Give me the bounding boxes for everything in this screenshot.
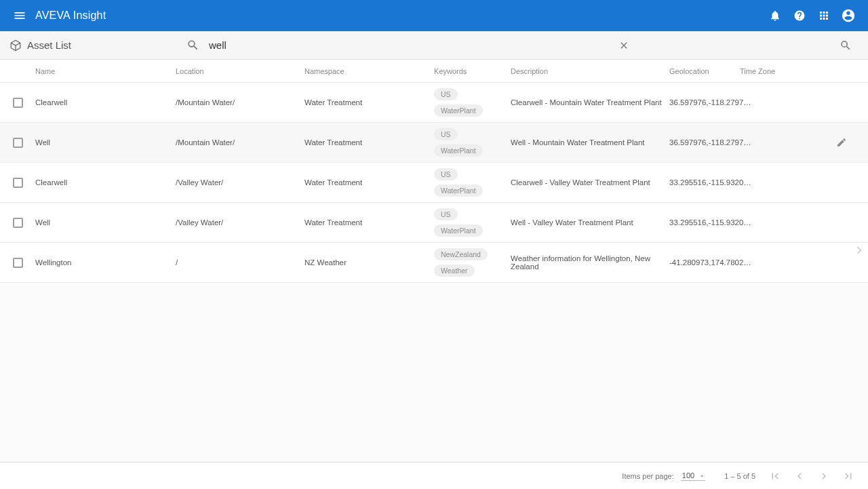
cell-description: Well - Mountain Water Treatment Plant xyxy=(511,138,669,146)
row-edit-button[interactable] xyxy=(832,133,851,152)
cell-location: / xyxy=(176,258,304,267)
table-row[interactable]: Well /Valley Water/ Water Treatment US W… xyxy=(0,203,868,243)
clear-search-button[interactable] xyxy=(614,35,634,56)
col-header-timezone[interactable]: Time Zone xyxy=(740,67,821,75)
cell-geolocation: 33.295516,-115.9320… xyxy=(669,178,740,187)
cell-namespace: Water Treatment xyxy=(304,178,434,187)
cell-location: /Mountain Water/ xyxy=(176,98,304,106)
cell-name: Clearwell xyxy=(35,98,176,106)
keyword-chip[interactable]: Weather xyxy=(434,265,475,277)
search-input[interactable] xyxy=(209,39,582,51)
cell-namespace: Water Treatment xyxy=(304,138,434,146)
keyword-chip[interactable]: US xyxy=(434,128,458,140)
row-checkbox[interactable] xyxy=(13,218,23,228)
prev-page-button[interactable] xyxy=(791,467,808,485)
keyword-chip[interactable]: WaterPlant xyxy=(434,144,483,157)
items-per-page-label: Items per page: xyxy=(622,472,673,480)
search-zone xyxy=(186,31,644,59)
cell-name: Well xyxy=(35,218,176,227)
table-body: Clearwell /Mountain Water/ Water Treatme… xyxy=(0,83,868,283)
close-icon xyxy=(618,40,629,51)
keyword-chip[interactable]: US xyxy=(434,208,458,220)
cell-namespace: Water Treatment xyxy=(304,98,434,106)
col-header-location[interactable]: Location xyxy=(176,67,304,75)
cell-location: /Valley Water/ xyxy=(176,178,304,187)
row-checkbox[interactable] xyxy=(13,178,23,188)
cell-geolocation: 33.295516,-115.9320… xyxy=(669,218,740,227)
first-page-icon xyxy=(769,470,781,482)
paginator: Items per page: 100 1 – 5 of 5 xyxy=(0,462,868,489)
page-range: 1 – 5 of 5 xyxy=(724,472,755,480)
cell-description: Clearwell - Mountain Water Treatment Pla… xyxy=(511,98,669,106)
cell-name: Clearwell xyxy=(35,178,176,187)
drawer-open-chevron[interactable] xyxy=(852,243,867,258)
next-page-button[interactable] xyxy=(815,467,833,485)
search-icon xyxy=(840,39,852,52)
cube-icon xyxy=(9,39,22,52)
col-header-description[interactable]: Description xyxy=(511,67,669,75)
last-page-button[interactable] xyxy=(840,467,857,485)
cell-description: Well - Valley Water Treatment Plant xyxy=(511,218,669,227)
cell-geolocation: 36.597976,-118.2797… xyxy=(669,98,740,106)
notifications-button[interactable] xyxy=(764,4,787,27)
hamburger-icon xyxy=(13,9,26,22)
app-header: AVEVA Insight xyxy=(0,0,868,31)
cell-name: Well xyxy=(35,138,176,146)
page-title: Asset List xyxy=(27,39,71,51)
chevron-left-icon xyxy=(793,470,806,482)
table-row[interactable]: Wellington / NZ Weather NewZealand Weath… xyxy=(0,243,868,283)
bell-icon xyxy=(769,9,781,22)
cell-keywords: NewZealand Weather xyxy=(434,243,511,282)
keyword-chip[interactable]: NewZealand xyxy=(434,248,488,260)
help-button[interactable] xyxy=(788,4,811,27)
cell-name: Wellington xyxy=(35,258,176,267)
table-header-row: Name Location Namespace Keywords Descrip… xyxy=(0,60,868,83)
col-header-namespace[interactable]: Namespace xyxy=(304,67,434,75)
apps-icon xyxy=(818,9,830,22)
chevron-right-icon xyxy=(818,470,830,482)
keyword-chip[interactable]: WaterPlant xyxy=(434,184,483,197)
cell-geolocation: -41.280973,174.7802… xyxy=(669,258,740,267)
keyword-chip[interactable]: WaterPlant xyxy=(434,224,483,237)
chevron-right-icon xyxy=(852,243,867,258)
apps-button[interactable] xyxy=(812,4,835,27)
cell-keywords: US WaterPlant xyxy=(434,203,511,242)
cell-keywords: US WaterPlant xyxy=(434,163,511,202)
col-header-geolocation[interactable]: Geolocation xyxy=(669,67,740,75)
cell-description: Clearwell - Valley Water Treatment Plant xyxy=(511,178,669,187)
sub-header: Asset List xyxy=(0,31,868,60)
asset-table: Name Location Namespace Keywords Descrip… xyxy=(0,60,868,283)
col-header-keywords[interactable]: Keywords xyxy=(434,67,511,75)
secondary-search-button[interactable] xyxy=(835,35,856,56)
table-row[interactable]: Clearwell /Valley Water/ Water Treatment… xyxy=(0,163,868,203)
row-checkbox[interactable] xyxy=(13,258,23,268)
last-page-icon xyxy=(842,470,854,482)
row-checkbox[interactable] xyxy=(13,138,23,148)
cell-geolocation: 36.597976,-118.2797… xyxy=(669,138,740,146)
app-title: AVEVA Insight xyxy=(35,9,106,22)
cell-keywords: US WaterPlant xyxy=(434,123,511,162)
keyword-chip[interactable]: US xyxy=(434,168,458,180)
search-icon xyxy=(186,39,199,52)
first-page-button[interactable] xyxy=(766,467,784,485)
page-title-wrap: Asset List xyxy=(9,39,71,52)
cell-description: Weather information for Wellington, New … xyxy=(511,254,669,271)
pencil-icon xyxy=(836,137,847,148)
cell-namespace: NZ Weather xyxy=(304,258,434,267)
cell-namespace: Water Treatment xyxy=(304,218,434,227)
caret-down-icon xyxy=(698,473,705,480)
keyword-chip[interactable]: US xyxy=(434,88,458,100)
page-size-select[interactable]: 100 xyxy=(681,471,705,481)
row-checkbox[interactable] xyxy=(13,98,23,108)
account-button[interactable] xyxy=(837,4,860,27)
cell-location: /Mountain Water/ xyxy=(176,138,304,146)
table-row[interactable]: Well /Mountain Water/ Water Treatment US… xyxy=(0,123,868,163)
col-header-name[interactable]: Name xyxy=(35,67,176,75)
cell-location: /Valley Water/ xyxy=(176,218,304,227)
table-row[interactable]: Clearwell /Mountain Water/ Water Treatme… xyxy=(0,83,868,123)
help-icon xyxy=(793,9,806,22)
keyword-chip[interactable]: WaterPlant xyxy=(434,104,483,117)
menu-button[interactable] xyxy=(8,4,31,27)
account-icon xyxy=(841,8,856,23)
cell-keywords: US WaterPlant xyxy=(434,83,511,122)
